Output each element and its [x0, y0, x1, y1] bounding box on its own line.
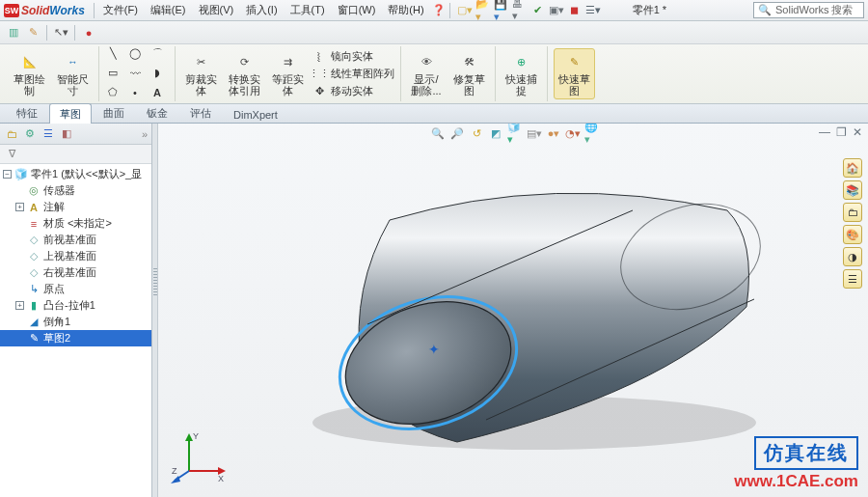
rect-icon[interactable]: ▭	[105, 66, 121, 81]
panel-pin-icon[interactable]: »	[142, 128, 148, 140]
appearance-icon[interactable]: ●	[81, 25, 96, 41]
offset-button[interactable]: ⇉ 等距实 体	[268, 49, 308, 98]
save-icon[interactable]: 💾▾	[494, 3, 509, 18]
tab-features[interactable]: 特征	[6, 102, 48, 123]
custom-props-icon[interactable]: ☰	[843, 269, 862, 289]
tree-extrude[interactable]: +▮凸台-拉伸1	[0, 297, 151, 314]
rapidsketch-button[interactable]: ✎ 快速草 图	[554, 48, 595, 99]
tree-annotations[interactable]: +A注解	[0, 199, 151, 215]
close-icon[interactable]: ✕	[853, 125, 862, 139]
ellipse-icon[interactable]: ◗	[149, 66, 165, 81]
rebuild-icon[interactable]: ✔	[530, 3, 546, 18]
tab-evaluate[interactable]: 评估	[179, 102, 222, 123]
zoom-fit-icon[interactable]: 🔍	[430, 125, 446, 141]
menu-insert[interactable]: 插入(I)	[240, 1, 283, 19]
resources-icon[interactable]: 🏠	[843, 158, 862, 178]
settings-icon[interactable]: ☰▾	[585, 3, 601, 18]
tab-surface[interactable]: 曲面	[93, 102, 135, 123]
rebuild-sketch-icon[interactable]: ✎	[25, 25, 41, 41]
scene-icon[interactable]: 🌐▾	[584, 125, 600, 141]
hide-show-icon[interactable]: ●▾	[546, 125, 561, 141]
minimize-icon[interactable]: —	[819, 125, 830, 139]
tree-front-plane[interactable]: ◇前视基准面	[0, 232, 151, 248]
menu-edit[interactable]: 编辑(E)	[145, 1, 192, 19]
menu-file[interactable]: 文件(F)	[97, 1, 144, 19]
sketch-origin-icon: ✦	[428, 342, 440, 357]
tree-sketch2[interactable]: ✎草图2	[0, 330, 151, 346]
pattern-button[interactable]: ⋮⋮线性草图阵列	[312, 67, 394, 82]
select-icon[interactable]: ↖▾	[53, 25, 68, 41]
separator	[94, 3, 95, 18]
ribbon-group-sketch: 📐 草图绘 制 ↔ 智能尺 寸	[4, 46, 99, 101]
new-icon[interactable]: ▢▾	[457, 3, 473, 18]
smart-dimension-button[interactable]: ↔ 智能尺 寸	[53, 49, 93, 98]
appearance-drop-icon[interactable]: ◔▾	[565, 125, 581, 141]
open-icon[interactable]: 📂▾	[475, 3, 491, 18]
fm-display-icon[interactable]: ◧	[59, 126, 74, 142]
svg-marker-5	[185, 433, 193, 441]
view-triad: Y X Z	[170, 428, 228, 485]
zoom-area-icon[interactable]: 🔎	[449, 125, 465, 141]
convert-button[interactable]: ⟳ 转换实 体引用	[225, 49, 264, 98]
text-icon[interactable]: A	[149, 85, 165, 100]
ribbon-group-modify: ✂ 剪裁实 体 ⟳ 转换实 体引用 ⇉ 等距实 体 ⦚镜向实体 ⋮⋮线性草图阵列…	[176, 46, 401, 101]
appearances-icon[interactable]: ◑	[843, 247, 862, 266]
fm-property-icon[interactable]: ☰	[41, 126, 56, 142]
arc-icon[interactable]: ⌒	[149, 46, 165, 62]
tree-top-plane[interactable]: ◇上视基准面	[0, 248, 151, 264]
sketch-node-icon: ✎	[27, 332, 41, 345]
display-style-icon[interactable]: ▤▾	[527, 125, 542, 141]
trim-icon: ✂	[191, 51, 212, 72]
menu-view[interactable]: 视图(V)	[193, 1, 240, 19]
quicksnap-button[interactable]: ⊕ 快速捕 捉	[502, 49, 541, 98]
main-area: 🗀 ⚙ ☰ ◧ » ∇ −🧊零件1 (默认<<默认>_显 ◎传感器 +A注解 ≡…	[0, 124, 868, 497]
tree-root[interactable]: −🧊零件1 (默认<<默认>_显	[0, 166, 151, 182]
mirror-button[interactable]: ⦚镜向实体	[312, 49, 394, 65]
fm-tree-icon[interactable]: 🗀	[4, 126, 19, 142]
tree-origin[interactable]: ↳原点	[0, 281, 151, 297]
polygon-icon[interactable]: ⬠	[105, 85, 121, 100]
tab-sketch[interactable]: 草图	[49, 103, 92, 124]
trim-button[interactable]: ✂ 剪裁实 体	[181, 49, 221, 98]
help-balloon-icon[interactable]: ❓	[431, 3, 447, 18]
section-icon[interactable]: ◩	[488, 125, 503, 141]
tree-right-plane[interactable]: ◇右视基准面	[0, 264, 151, 281]
fm-config-icon[interactable]: ⚙	[22, 126, 38, 142]
tree-material[interactable]: ≡材质 <未指定>	[0, 215, 151, 232]
svg-text:Z: Z	[172, 466, 177, 476]
undo-icon[interactable]: ◼	[567, 3, 583, 18]
options-icon[interactable]: ▣▾	[549, 3, 564, 18]
tree-chamfer[interactable]: ◢倒角1	[0, 314, 151, 330]
prev-view-icon[interactable]: ↺	[469, 125, 484, 141]
line-icon[interactable]: ╲	[105, 46, 121, 62]
search-box[interactable]: 🔍 SolidWorks 搜索	[753, 2, 864, 18]
print-icon[interactable]: 🖶▾	[512, 3, 528, 18]
panel-filter[interactable]: ∇	[0, 145, 151, 164]
tab-sheetmetal[interactable]: 钣金	[136, 102, 178, 123]
design-library-icon[interactable]: 📚	[843, 180, 862, 200]
tab-dimxpert[interactable]: DimXpert	[223, 105, 288, 123]
repair-button[interactable]: 🛠 修复草 图	[449, 49, 489, 98]
spline-icon[interactable]: 〰	[127, 66, 143, 81]
tree-sensors[interactable]: ◎传感器	[0, 182, 151, 199]
ribbon-group-snap: ⊕ 快速捕 捉	[496, 46, 548, 101]
annotations-icon: A	[27, 201, 41, 214]
menu-window[interactable]: 窗口(W)	[332, 1, 382, 19]
menu-tools[interactable]: 工具(T)	[285, 1, 331, 19]
circle-icon[interactable]: ◯	[127, 46, 143, 62]
file-explorer-icon[interactable]: 🗀	[843, 203, 862, 222]
menu-help[interactable]: 帮助(H)	[382, 1, 429, 19]
view-orient-icon[interactable]: 🧊▾	[507, 125, 523, 141]
display-button[interactable]: 👁 显示/ 删除...	[407, 49, 446, 98]
graphics-viewport[interactable]: 🔍 🔎 ↺ ◩ 🧊▾ ▤▾ ●▾ ◔▾ 🌐▾ — ❐ ✕ 🏠 📚 🗀 🎨 ◑ ☰…	[158, 124, 868, 497]
sketch-button[interactable]: 📐 草图绘 制	[10, 49, 49, 98]
filter-icon: ∇	[4, 147, 19, 162]
view-palette-icon[interactable]: 🎨	[843, 225, 862, 244]
point-icon[interactable]: •	[127, 85, 143, 100]
search-icon: 🔍	[758, 4, 772, 16]
rapidsketch-icon: ✎	[564, 51, 585, 72]
restore-icon[interactable]: ❐	[836, 125, 847, 139]
move-button[interactable]: ✥移动实体	[312, 84, 394, 99]
extrude-icon: ▮	[27, 299, 41, 313]
window-tile-icon[interactable]: ▥	[6, 25, 21, 41]
